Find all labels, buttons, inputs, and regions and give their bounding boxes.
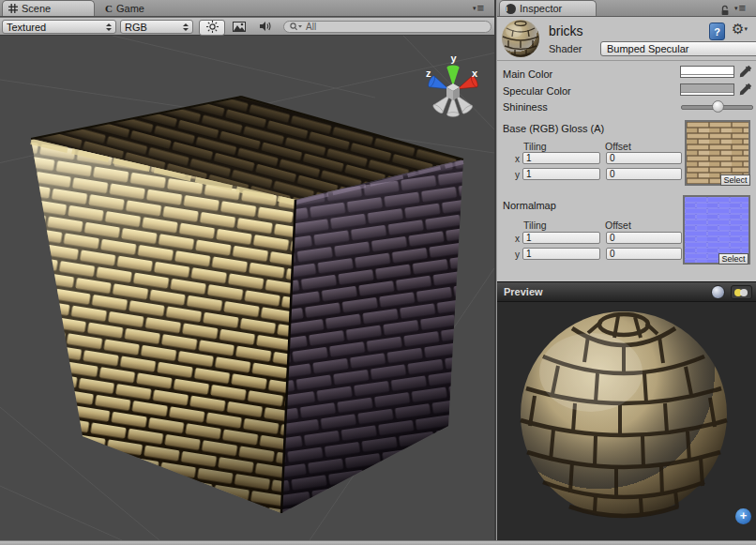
normal-y-label: y <box>515 250 520 260</box>
updown-arrows-icon <box>183 21 189 34</box>
scene-toolbar: Textured RGB <box>0 17 494 36</box>
scene-panel-menu-icon[interactable]: ▾≡ <box>473 3 484 13</box>
eyedropper-icon[interactable] <box>739 83 752 96</box>
scene-tabstrip: Scene C Game ▾≡ <box>0 0 494 17</box>
preview-mesh-sphere-icon[interactable] <box>711 285 725 299</box>
light-dot-white <box>740 289 748 296</box>
normal-offset-y-input[interactable] <box>606 248 682 260</box>
updown-arrows-icon <box>106 21 112 34</box>
normal-section-title: Normalmap <box>503 200 556 211</box>
shininess-thumb[interactable] <box>712 100 724 113</box>
normal-x-label: x <box>515 234 520 244</box>
speaker-icon <box>259 19 272 36</box>
gizmo-y-label: y <box>451 53 458 64</box>
render-paths-button[interactable] <box>227 20 250 34</box>
normal-select-button[interactable]: Select <box>718 253 748 265</box>
color-mode-value: RGB <box>125 22 179 33</box>
normal-tiling-x-input[interactable] <box>522 232 600 244</box>
tab-scene[interactable]: Scene <box>2 0 95 16</box>
tab-scene-label: Scene <box>22 3 51 14</box>
window-bottom-frame <box>0 540 756 545</box>
base-x-label: x <box>515 154 520 164</box>
preview-area[interactable]: + <box>497 302 756 540</box>
scene-panel: Scene C Game ▾≡ Textured RGB <box>0 0 494 540</box>
alpha-bar <box>681 74 733 77</box>
base-tiling-label: Tiling <box>523 141 547 152</box>
inspector-tabstrip: i Inspector ▾≡ <box>497 0 756 17</box>
lighting-toggle-button[interactable] <box>199 20 225 36</box>
base-select-button[interactable]: Select <box>720 174 750 186</box>
sun-icon <box>206 20 219 37</box>
grid-icon <box>8 4 18 13</box>
base-section-title: Base (RGB) Gloss (A) <box>503 123 604 134</box>
scene-3d-render: y x z <box>0 36 494 540</box>
image-icon <box>233 19 246 36</box>
info-icon: i <box>506 4 516 14</box>
tab-game-label: Game <box>116 3 144 14</box>
draw-mode-dropdown[interactable]: Textured <box>2 20 116 34</box>
specular-color-swatch[interactable] <box>680 83 734 96</box>
tab-inspector-label: Inspector <box>520 3 562 14</box>
game-icon: C <box>105 3 113 14</box>
normal-tiling-label: Tiling <box>523 220 547 231</box>
alpha-bar <box>681 92 733 95</box>
main-color-label: Main Color <box>503 68 552 80</box>
search-icon <box>290 23 302 31</box>
preview-header[interactable]: Preview <box>497 281 756 302</box>
base-y-label: y <box>515 170 520 180</box>
preview-sphere-render <box>497 302 756 540</box>
draw-mode-value: Textured <box>7 22 102 33</box>
shader-dropdown[interactable]: Bumped Specular <box>600 41 756 56</box>
preview-lighting-icon[interactable] <box>731 285 752 299</box>
shader-value: Bumped Specular <box>607 43 688 54</box>
eyedropper-icon[interactable] <box>739 65 752 78</box>
gear-icon[interactable]: ⚙▾ <box>732 21 748 38</box>
inspector-menu-icon[interactable]: ▾≡ <box>734 3 746 13</box>
shader-label: Shader <box>549 43 582 54</box>
tab-game[interactable]: C Game <box>99 0 193 16</box>
shininess-slider[interactable] <box>681 105 753 110</box>
add-icon[interactable]: + <box>735 508 751 524</box>
shininess-label: Shininess <box>503 101 548 113</box>
specular-color-label: Specular Color <box>503 85 571 97</box>
gizmo-x-label: x <box>472 68 478 79</box>
base-tiling-x-input[interactable] <box>522 152 600 164</box>
scene-search-field[interactable]: All <box>283 21 491 33</box>
preview-title: Preview <box>504 286 543 297</box>
scene-viewport[interactable]: y x z <box>0 36 494 540</box>
base-offset-label: Offset <box>605 141 631 152</box>
tab-inspector[interactable]: i Inspector <box>499 0 597 16</box>
gizmo-z-label: z <box>426 68 431 79</box>
base-offset-x-input[interactable] <box>606 152 682 164</box>
base-offset-y-input[interactable] <box>606 168 682 180</box>
material-preview-thumbnail <box>501 19 540 58</box>
normal-offset-label: Offset <box>605 220 631 231</box>
brick-cube <box>31 97 463 513</box>
normal-tiling-y-input[interactable] <box>522 248 600 260</box>
main-color-swatch[interactable] <box>680 66 734 78</box>
search-placeholder: All <box>306 22 316 32</box>
material-header: bricks Shader Bumped Specular ? ⚙▾ <box>497 17 756 61</box>
help-icon[interactable]: ? <box>709 23 725 40</box>
scene-gizmo: y x z <box>426 53 479 116</box>
base-tiling-y-input[interactable] <box>522 168 600 180</box>
color-mode-dropdown[interactable]: RGB <box>120 20 193 34</box>
material-name: bricks <box>549 23 583 38</box>
normal-offset-x-input[interactable] <box>606 232 682 244</box>
audio-toggle-button[interactable] <box>253 20 277 34</box>
unity-editor-window: Scene C Game ▾≡ Textured RGB <box>0 0 756 545</box>
